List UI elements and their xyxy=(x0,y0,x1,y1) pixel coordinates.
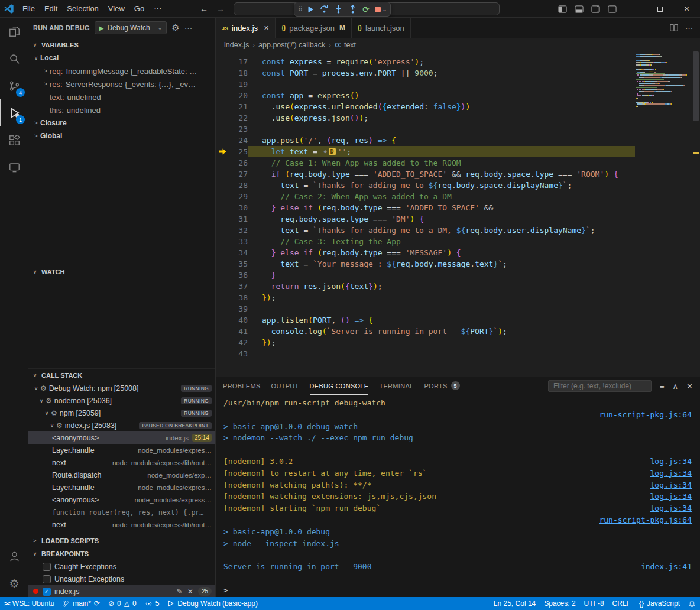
code-line-38[interactable]: 38 }); xyxy=(216,292,635,303)
console-source-link[interactable]: run-script-pkg.js:64 xyxy=(599,410,692,419)
code-line-18[interactable]: 18 const PORT = process.env.PORT || 9000… xyxy=(216,67,635,79)
breakpoint-gutter[interactable] xyxy=(216,56,229,67)
problems-indicator[interactable]: ⊘ 0 △ 0 xyxy=(104,597,141,610)
breadcrumb-item-0[interactable]: index.js xyxy=(224,41,249,49)
start-debug-icon[interactable]: ▶ xyxy=(99,25,104,31)
breakpoint-gutter[interactable] xyxy=(216,236,229,247)
variable-row[interactable]: this:undefined xyxy=(28,103,215,116)
breakpoint-gutter[interactable] xyxy=(216,202,229,213)
nav-forward-icon[interactable]: → xyxy=(216,4,225,14)
stack-frame[interactable]: function router(req, res, next) {.pr… xyxy=(28,506,215,518)
panel-tab-debug-console[interactable]: DEBUG CONSOLE xyxy=(310,377,369,395)
breakpoint-gutter[interactable] xyxy=(216,348,229,359)
code-line-40[interactable]: 40 app.listen(PORT, () => { xyxy=(216,314,635,326)
step-out-button[interactable] xyxy=(348,4,358,14)
git-branch[interactable]: main* ⟳ xyxy=(59,597,104,610)
menu-item-1[interactable]: Edit xyxy=(40,4,62,13)
activity-item-run-and-debug[interactable]: 1 xyxy=(0,99,28,126)
activity-item-source-control[interactable]: 4 xyxy=(0,72,28,99)
breakpoint-gutter[interactable] xyxy=(216,213,229,225)
code-line-39[interactable]: 39 xyxy=(216,303,635,314)
drag-handle-icon[interactable]: ⠿ xyxy=(298,5,302,13)
stack-frame[interactable]: next node_modules/express/lib/rout… xyxy=(28,518,215,531)
split-editor-icon[interactable] xyxy=(670,24,678,32)
variables-scope[interactable]: >Global xyxy=(28,129,215,142)
breakpoint-gutter[interactable] xyxy=(216,225,229,236)
panel-tab-terminal[interactable]: TERMINAL xyxy=(379,377,413,395)
code-line-32[interactable]: 32 text = `Thanks for adding me to a DM,… xyxy=(216,225,635,236)
tab-package.json[interactable]: {} package.json M xyxy=(276,18,352,38)
code-line-37[interactable]: 37 return res.json({text}); xyxy=(216,281,635,292)
code-line-43[interactable]: 43 xyxy=(216,348,635,359)
tab-launch.json[interactable]: {} launch.json xyxy=(352,18,411,38)
activity-item-extensions[interactable] xyxy=(0,126,28,154)
stack-frame[interactable]: <anonymous> node_modules/express… xyxy=(28,494,215,506)
debug-config-dropdown[interactable]: ▶ Debug Watch ⌄ xyxy=(95,21,167,34)
code-line-30[interactable]: 30 } else if (req.body.type === 'ADDED_T… xyxy=(216,202,635,213)
code-line-26[interactable]: 26 // Case 1: When App was added to the … xyxy=(216,157,635,168)
maximize-panel-icon[interactable]: ∧ xyxy=(673,382,679,391)
breadcrumb-item-1[interactable]: app.post('/') callback xyxy=(258,41,325,49)
code-line-31[interactable]: 31 req.body.space.type === 'DM') { xyxy=(216,213,635,225)
call-stack-session[interactable]: ∨ ⚙ Debug Watch: npm [25008] RUNNING xyxy=(28,382,215,394)
remove-breakpoint-icon[interactable]: ✕ xyxy=(187,588,193,596)
panel-tab-ports[interactable]: PORTS5 xyxy=(424,377,459,395)
more-actions-icon[interactable]: ⋯ xyxy=(184,23,193,33)
breakpoints-section-header[interactable]: ∨ BREAKPOINTS xyxy=(28,547,215,560)
editor-more-actions-icon[interactable]: ⋯ xyxy=(685,24,693,33)
nav-back-icon[interactable]: ← xyxy=(200,4,208,14)
breakpoint-gutter[interactable] xyxy=(216,270,229,281)
breakpoint-gutter[interactable] xyxy=(216,157,229,168)
breakpoint-gutter[interactable] xyxy=(216,67,229,79)
breakpoint-row[interactable]: ✓ index.js ✎ ✕ 25 xyxy=(28,585,215,597)
console-source-link[interactable]: log.js:34 xyxy=(650,457,692,466)
call-stack-session[interactable]: ∨ ⚙ npm [25059] RUNNING xyxy=(28,407,215,419)
tab-index.js[interactable]: JS index.js ✕ xyxy=(216,18,276,38)
edit-breakpoint-icon[interactable]: ✎ xyxy=(177,588,183,596)
breakpoint-gutter[interactable] xyxy=(216,247,229,258)
code-line-42[interactable]: 42 }); xyxy=(216,337,635,348)
stop-dropdown-icon[interactable]: ⌄ xyxy=(383,7,387,12)
eol-sequence[interactable]: CRLF xyxy=(608,597,635,610)
code-line-19[interactable]: 19 xyxy=(216,79,635,90)
loaded-scripts-section-header[interactable]: > LOADED SCRIPTS xyxy=(28,534,215,547)
code-editor[interactable]: 17 const express = require('express'); 1… xyxy=(216,51,700,377)
activity-item-settings[interactable]: ⚙ xyxy=(0,570,28,597)
encoding[interactable]: UTF-8 xyxy=(580,597,608,610)
console-source-link[interactable]: log.js:34 xyxy=(650,469,692,478)
breakpoint-checkbox[interactable] xyxy=(43,563,51,571)
code-line-21[interactable]: 21 .use(express.urlencoded({extended: fa… xyxy=(216,101,635,112)
notifications-bell[interactable] xyxy=(684,597,700,610)
code-line-41[interactable]: 41 console.log(`Server is running in por… xyxy=(216,326,635,337)
forwarded-ports[interactable]: 5 xyxy=(141,597,164,610)
variable-row[interactable]: text:undefined xyxy=(28,90,215,103)
breakpoint-gutter[interactable] xyxy=(216,180,229,191)
step-over-button[interactable] xyxy=(319,4,329,14)
console-source-link[interactable]: run-script-pkg.js:64 xyxy=(599,515,692,524)
panel-tab-output[interactable]: OUTPUT xyxy=(271,377,299,395)
restart-button[interactable]: ⟳ xyxy=(362,4,370,15)
toggle-sidebar-icon[interactable] xyxy=(554,0,571,18)
step-into-button[interactable] xyxy=(333,4,343,14)
panel-tab-problems[interactable]: PROBLEMS xyxy=(223,377,261,395)
watch-section-header[interactable]: ∨ WATCH xyxy=(28,265,215,278)
console-source-link[interactable]: log.js:34 xyxy=(650,492,692,501)
code-line-23[interactable]: 23 xyxy=(216,124,635,135)
breakpoint-gutter[interactable] xyxy=(216,112,229,124)
close-window-button[interactable]: ✕ xyxy=(673,0,700,18)
menu-item-5[interactable]: ⋯ xyxy=(149,4,166,13)
debug-status[interactable]: Debug Watch (basic-app) xyxy=(163,597,262,610)
continue-button[interactable] xyxy=(306,5,315,14)
code-line-25[interactable]: 25 let text = ●D''; xyxy=(216,146,635,157)
variables-section-header[interactable]: ∨ VARIABLES xyxy=(28,38,215,51)
stack-frame[interactable]: Layer.handle node_modules/expres… xyxy=(28,444,215,456)
debug-console-output[interactable]: /usr/bin/npm run-script debug-watch run-… xyxy=(216,395,700,583)
breakpoint-gutter[interactable] xyxy=(216,191,229,202)
breakpoint-row[interactable]: Uncaught Exceptions xyxy=(28,573,215,585)
breadcrumb-item-2[interactable]: text xyxy=(335,41,356,49)
filter-icon[interactable]: ≡ xyxy=(660,382,665,391)
language-mode[interactable]: {} JavaScript xyxy=(635,597,684,610)
breakpoint-gutter[interactable] xyxy=(216,101,229,112)
stack-frame[interactable]: <anonymous> index.js 25:14 xyxy=(28,431,215,444)
breakpoint-checkbox[interactable]: ✓ xyxy=(43,588,51,596)
